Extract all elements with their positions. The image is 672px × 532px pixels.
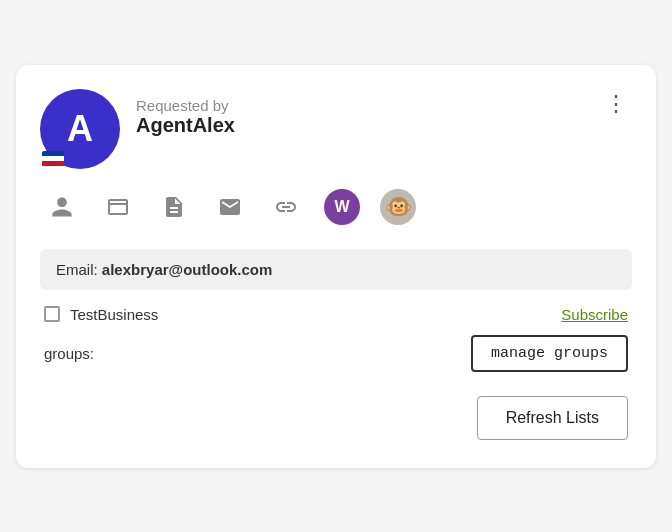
avatar-wrapper: A <box>40 89 120 169</box>
monkey-avatar-button[interactable]: 🐵 <box>380 189 416 225</box>
list-name: TestBusiness <box>70 306 158 323</box>
w-avatar-button[interactable]: W <box>324 189 360 225</box>
main-card: A Requested by AgentAlex ⋮ <box>16 65 656 468</box>
document-icon <box>162 195 186 219</box>
header-left: A Requested by AgentAlex <box>40 89 235 169</box>
header-row: A Requested by AgentAlex ⋮ <box>40 89 632 169</box>
agent-name: AgentAlex <box>136 114 235 137</box>
person-icon <box>50 195 74 219</box>
refresh-row: Refresh Lists <box>40 396 632 440</box>
email-icon-button[interactable] <box>212 189 248 225</box>
refresh-lists-button[interactable]: Refresh Lists <box>477 396 628 440</box>
email-label: Email: <box>56 261 102 278</box>
list-row: TestBusiness Subscribe <box>40 306 632 323</box>
list-checkbox[interactable] <box>44 306 60 322</box>
email-icon <box>218 195 242 219</box>
subscribe-link[interactable]: Subscribe <box>561 306 628 323</box>
document-icon-button[interactable] <box>156 189 192 225</box>
link-icon-button[interactable] <box>268 189 304 225</box>
list-left: TestBusiness <box>44 306 158 323</box>
link-icon <box>274 195 298 219</box>
person-icon-button[interactable] <box>44 189 80 225</box>
flag-badge <box>42 151 64 167</box>
browser-icon <box>106 195 130 219</box>
groups-label: groups: <box>44 345 94 362</box>
icon-row: W 🐵 <box>40 189 632 225</box>
browser-icon-button[interactable] <box>100 189 136 225</box>
header-text: Requested by AgentAlex <box>136 89 235 137</box>
more-menu-button[interactable]: ⋮ <box>601 89 632 119</box>
manage-groups-button[interactable]: manage groups <box>471 335 628 372</box>
monkey-icon: 🐵 <box>385 196 412 218</box>
email-value: alexbryar@outlook.com <box>102 261 273 278</box>
requested-by-label: Requested by <box>136 97 235 114</box>
groups-row: groups: manage groups <box>40 335 632 372</box>
email-section: Email: alexbryar@outlook.com <box>40 249 632 290</box>
